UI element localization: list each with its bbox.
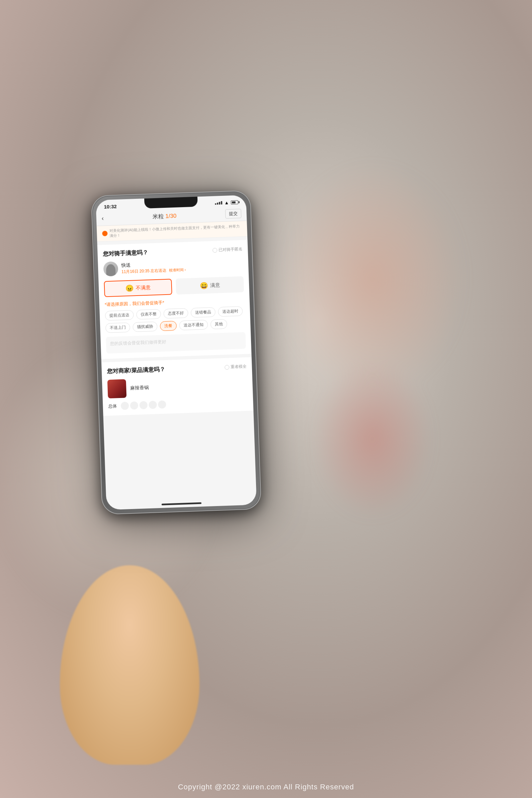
satisfied-label: 满意: [210, 282, 220, 289]
star-1[interactable]: [121, 402, 129, 410]
all-select[interactable]: 重者模全: [225, 364, 247, 370]
merchant-section-title: 您对商家/菜品满意吗？: [107, 365, 165, 375]
all-select-label: 重者模全: [230, 364, 247, 370]
app-title-prefix: 米粒: [152, 213, 165, 220]
food-image: [108, 379, 127, 398]
merchant-section: 您对商家/菜品满意吗？ 重者模全 麻辣香锅 总体: [101, 357, 253, 416]
promo-text: 对美化测评(AI)能上线啦！小微上传和关时也做主面支付，更有一键美化，种草力满分…: [109, 224, 242, 239]
copyright-text: Copyright @2022 xiuren.com All Rights Re…: [0, 783, 532, 791]
overall-rating-row: 总体: [108, 398, 248, 411]
tag-item[interactable]: 其他: [210, 319, 227, 329]
anonymous-checkbox[interactable]: [212, 248, 217, 252]
tag-item[interactable]: 送达不通知: [179, 320, 208, 330]
rider-title-row: 您对骑手满意吗？ 已对骑手匿名: [103, 245, 243, 258]
tag-item[interactable]: 骚扰威胁: [133, 322, 158, 332]
feedback-input[interactable]: 您的反馈会督促我们做得更好: [106, 332, 246, 354]
rider-section: 您对骑手满意吗？ 已对骑手匿名 快送 11月16日 20:35 左右送达 校准时…: [97, 240, 252, 359]
wifi-icon: ▲: [224, 200, 229, 205]
select-all-checkbox[interactable]: [225, 365, 229, 369]
dissatisfied-label: 不满意: [136, 284, 151, 291]
tag-item-selected[interactable]: 洗餐: [160, 321, 177, 331]
tag-item[interactable]: 仪表不整: [136, 309, 161, 320]
tag-item[interactable]: 不送上门: [106, 323, 130, 333]
rider-section-title: 您对骑手满意吗？: [103, 249, 148, 258]
dissatisfied-button[interactable]: 😠 不满意: [104, 279, 172, 297]
status-icons: ▲: [215, 200, 238, 206]
satisfied-button[interactable]: 😄 满意: [175, 276, 244, 294]
delivery-text: 快送 11月16日 20:35 左右送达 校准时间 ›: [121, 260, 186, 274]
phone-notch: [144, 196, 198, 208]
star-4[interactable]: [149, 401, 157, 409]
tag-item[interactable]: 提前点送达: [105, 310, 134, 321]
home-indicator[interactable]: [162, 502, 202, 506]
tag-item[interactable]: 送达超时: [218, 306, 243, 317]
satisfied-emoji: 😄: [200, 282, 208, 290]
back-button[interactable]: ‹: [101, 215, 104, 222]
dissatisfied-emoji: 😠: [125, 284, 134, 292]
signal-bars-icon: [215, 201, 222, 205]
submit-button[interactable]: 提交: [225, 209, 241, 219]
status-time: 10:32: [104, 204, 117, 209]
anonymous-text: 已对骑手匿名: [218, 246, 243, 253]
star-3[interactable]: [139, 401, 148, 409]
phone-body: 10:32 ▲: [91, 190, 261, 515]
app-title: 米粒 1/30: [152, 212, 176, 220]
delivery-avatar: [103, 261, 118, 277]
food-name: 麻辣香锅: [130, 385, 149, 391]
rating-buttons: 😠 不满意 😄 满意: [104, 276, 244, 297]
tag-item[interactable]: 态度不好: [163, 308, 188, 319]
battery-icon: [231, 200, 238, 205]
delivery-time-text: 11月16日 20:35 左右送达: [121, 268, 167, 274]
merchant-header: 您对商家/菜品满意吗？ 重者模全: [107, 363, 247, 375]
star-2[interactable]: [130, 401, 138, 410]
delivery-info: 快送 11月16日 20:35 左右送达 校准时间 ›: [103, 257, 243, 277]
phone: 10:32 ▲: [91, 190, 261, 515]
tag-item[interactable]: 送错餐品: [191, 307, 215, 318]
overall-label: 总体: [108, 403, 117, 409]
app-title-progress: 1/30: [165, 212, 176, 219]
calibrate-time-link[interactable]: 校准时间 ›: [169, 267, 186, 272]
phone-screen: 10:32 ▲: [96, 195, 257, 510]
promo-icon: [102, 231, 108, 236]
reason-prompt: *请选择原因，我们会督促骑手*: [105, 297, 244, 308]
anonymous-label: 已对骑手匿名: [212, 246, 243, 253]
tags-container: 提前点送达 仪表不整 态度不好 送错餐品 送达超时 不送上门 骚扰威胁 洗餐 送…: [105, 306, 245, 333]
star-5[interactable]: [158, 400, 166, 408]
food-item: 麻辣香锅: [108, 375, 248, 399]
